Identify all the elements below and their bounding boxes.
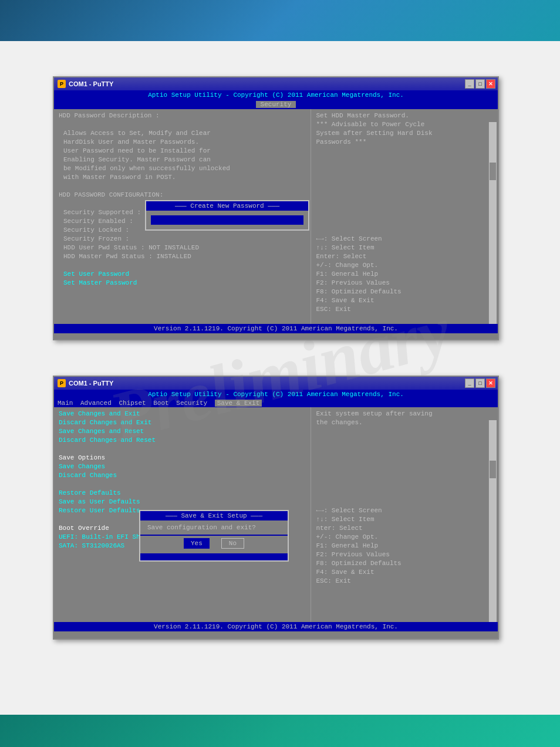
set-user-pwd[interactable]: Set User Password: [59, 270, 306, 279]
hdd-master-pwd: HDD Master Pwd Status : INSTALLED: [59, 252, 306, 261]
yes-button[interactable]: Yes: [184, 538, 210, 549]
r2-spacer1: [316, 427, 493, 436]
window-controls-2[interactable]: _ □ ✕: [465, 378, 495, 388]
tab-boot[interactable]: Boot: [153, 400, 168, 407]
select-screen-1: ←→: Select Screen: [316, 235, 493, 244]
bios-tab-bar-2: Main Advanced Chipset Boot Security Save…: [54, 399, 498, 407]
bios-main-2: Save Changes and Exit Discard Changes an…: [54, 407, 498, 622]
hdd-desc-title: HDD Password Description :: [59, 111, 306, 120]
bios-footer-text-1: Version 2.11.1219. Copyright (C) 2011 Am…: [154, 325, 398, 332]
left-spacer2: [59, 480, 306, 489]
f1-help-1: F1: General Help: [316, 270, 493, 279]
window-controls-1[interactable]: _ □ ✕: [465, 79, 495, 89]
save-changes[interactable]: Save Changes: [59, 462, 306, 471]
hdd-config-title: HDD PASSWORD CONFIGURATION:: [59, 191, 306, 200]
select-item-2: ↑↓: Select Item: [316, 515, 493, 524]
scrollbar-2[interactable]: [488, 420, 497, 622]
desc-line4: Enabling Security. Master Password can: [59, 156, 306, 164]
desc-line5: be Modified only when successfully unloc…: [59, 164, 306, 173]
bios-footer-2: Version 2.11.1219. Copyright (C) 2011 Am…: [54, 622, 498, 631]
save-options-label: Save Options: [59, 454, 306, 462]
save-changes-reset[interactable]: Save Changes and Reset: [59, 427, 306, 436]
r-spacer9: [316, 217, 493, 226]
r2-spacer9: [316, 498, 493, 506]
right-line3: System after Setting Hard Disk: [316, 129, 493, 138]
password-dialog: ——— Create New Password ———: [145, 200, 309, 231]
enter-select-1: Enter: Select: [316, 252, 493, 261]
right2-line2: the changes.: [316, 418, 493, 427]
window2-title: COM1 - PuTTY: [69, 380, 113, 387]
f8-opt-1: F8: Optimized Defaults: [316, 288, 493, 296]
pwd-dialog-body: [146, 211, 308, 229]
select-item-1: ↑↓: Select Item: [316, 244, 493, 252]
scrollbar-1[interactable]: [488, 122, 497, 324]
bios-main-1: HDD Password Description : Allows Access…: [54, 109, 498, 324]
tab-save-exit[interactable]: Save & Exit: [215, 400, 262, 407]
change-opt-1: +/-: Change Opt.: [316, 261, 493, 270]
left-spacer1: [59, 445, 306, 454]
desc-line2: HardDisk User and Master Passwords.: [59, 138, 306, 147]
right2-line1: Exit system setup after saving: [316, 410, 493, 418]
minimize-btn-2[interactable]: _: [465, 378, 474, 388]
r-spacer4: [316, 173, 493, 182]
bios-right-panel-1: Set HDD Master Password. *** Advisable t…: [311, 109, 498, 324]
right-line2: *** Advisable to Power Cycle: [316, 120, 493, 129]
esc-exit-2: ESC: Exit: [316, 577, 493, 586]
enter-select-2: nter: Select: [316, 524, 493, 533]
maximize-btn-1[interactable]: □: [475, 79, 485, 89]
spacer2: [59, 182, 306, 191]
putty-window-2: P COM1 - PuTTY _ □ ✕ Aptio Setup Utility…: [53, 376, 499, 640]
r-spacer3: [316, 164, 493, 173]
close-btn-1[interactable]: ✕: [486, 79, 495, 89]
f1-help-2: F1: General Help: [316, 542, 493, 550]
esc-exit-1: ESC: Exit: [316, 305, 493, 314]
tab-security[interactable]: Security: [176, 400, 207, 407]
maximize-btn-2[interactable]: □: [475, 378, 485, 388]
discard-changes-reset[interactable]: Discard Changes and Reset: [59, 436, 306, 445]
set-master-pwd[interactable]: Set Master Password: [59, 279, 306, 288]
save-user-defaults[interactable]: Save as User Defaults: [59, 498, 306, 506]
bios-header-text-1: Aptio Setup Utility - Copyright (C) 2011…: [148, 92, 404, 99]
pwd-input-field[interactable]: [151, 215, 303, 225]
titlebar-1: P COM1 - PuTTY _ □ ✕: [54, 77, 498, 90]
save-dialog-message: Save configuration and exit?: [140, 520, 288, 535]
no-button[interactable]: No: [221, 538, 244, 549]
titlebar-2: P COM1 - PuTTY _ □ ✕: [54, 377, 498, 390]
r-spacer10: [316, 226, 493, 235]
discard-changes[interactable]: Discard Changes: [59, 471, 306, 480]
f2-prev-1: F2: Previous Values: [316, 279, 493, 288]
f4-save-1: F4: Save & Exit: [316, 296, 493, 305]
tab-advanced[interactable]: Advanced: [80, 400, 112, 407]
close-btn-2[interactable]: ✕: [486, 378, 495, 388]
r-spacer6: [316, 191, 493, 200]
desc-line6: with Master Password in POST.: [59, 173, 306, 182]
spacer4: [59, 261, 306, 270]
bios-tab-header-1: Security: [54, 100, 498, 109]
bios-footer-1: Version 2.11.1219. Copyright (C) 2011 Am…: [54, 324, 498, 333]
dialog-bottom-bar: [140, 553, 288, 560]
r-spacer1: [316, 147, 493, 156]
putty-icon-1: P: [58, 80, 66, 88]
putty-icon-2: P: [58, 379, 66, 387]
restore-defaults[interactable]: Restore Defaults: [59, 489, 306, 498]
active-tab-1: Security: [256, 101, 296, 108]
bios-content-2: Aptio Setup Utility - Copyright (C) 2011…: [54, 390, 498, 638]
discard-changes-exit[interactable]: Discard Changes and Exit: [59, 418, 306, 427]
save-dialog-title: ——— Save & Exit Setup ———: [140, 511, 288, 520]
r-spacer5: [316, 182, 493, 191]
f8-opt-2: F8: Optimized Defaults: [316, 559, 493, 568]
scrollbar-thumb-2: [490, 461, 496, 478]
r-spacer7: [316, 200, 493, 208]
r-spacer8: [316, 208, 493, 217]
save-changes-exit[interactable]: Save Changes and Exit: [59, 410, 306, 418]
r2-spacer3: [316, 445, 493, 454]
bios-header-text-2: Aptio Setup Utility - Copyright (C) 2011…: [148, 391, 404, 398]
tab-chipset[interactable]: Chipset: [119, 400, 146, 407]
tab-main[interactable]: Main: [58, 400, 73, 407]
minimize-btn-1[interactable]: _: [465, 79, 474, 89]
hdd-user-pwd: HDD User Pwd Status : NOT INSTALLED: [59, 244, 306, 252]
spacer1: [59, 120, 306, 129]
top-decorative-bar: [0, 0, 560, 41]
r2-spacer4: [316, 454, 493, 462]
scrollbar-thumb-1: [490, 163, 496, 180]
